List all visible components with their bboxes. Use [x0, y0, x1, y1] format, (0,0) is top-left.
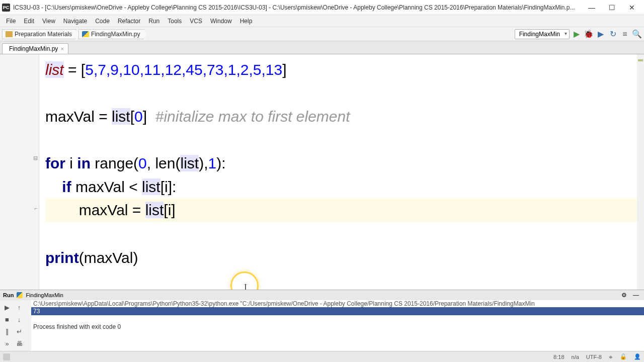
fold-end-icon[interactable]: ⌐: [35, 205, 38, 211]
menu-edit[interactable]: Edit: [20, 17, 38, 26]
code-editor[interactable]: ⊟ ⌐ list = [5,7,9,10,11,12,45,73,1,2,5,1…: [0, 54, 644, 290]
code-token: [45, 178, 62, 195]
code-token: 1: [208, 155, 216, 171]
code-token: [i]:: [160, 178, 177, 195]
menu-help[interactable]: Help: [236, 17, 257, 26]
fold-marker-icon[interactable]: ⊟: [33, 155, 38, 161]
ring-highlight-overlay: I: [230, 272, 259, 290]
menu-vcs[interactable]: VCS: [186, 17, 206, 26]
maximize-button[interactable]: ☐: [602, 1, 622, 15]
code-token: [: [130, 108, 134, 125]
output-result: 73: [31, 307, 644, 315]
file-tab[interactable]: FindingMaxMin.py ×: [2, 43, 68, 54]
menu-tools[interactable]: Tools: [164, 17, 186, 26]
code-token: for: [45, 155, 65, 171]
code-token: list: [145, 202, 164, 218]
scroll-tick: [638, 59, 643, 61]
rerun-button[interactable]: ▶: [1, 301, 13, 313]
status-icon[interactable]: [3, 353, 10, 360]
code-token: [i]: [164, 202, 175, 218]
status-hector-icon[interactable]: 👤: [634, 353, 641, 360]
code-token: list: [112, 108, 130, 125]
code-token: ]: [282, 61, 286, 78]
update-button[interactable]: ↻: [608, 29, 618, 39]
run-output[interactable]: C:\Users\pmiskew\AppData\Local\Programs\…: [31, 300, 644, 351]
status-lock-icon[interactable]: 🔓: [620, 353, 627, 360]
code-token: list: [45, 61, 64, 78]
stop-button[interactable]: ≡: [620, 29, 630, 39]
code-comment: #initalize max to first element: [155, 108, 350, 125]
panel-settings-icon[interactable]: ⚙: [619, 290, 629, 300]
code-area[interactable]: list = [5,7,9,10,11,12,45,73,1,2,5,13] m…: [39, 54, 644, 290]
breadcrumb-file[interactable]: FindingMaxMin.py: [78, 29, 144, 39]
code-token: 0: [138, 155, 147, 171]
navigation-bar: Preparation Materials FindingMaxMin.py F…: [0, 27, 644, 41]
run-button[interactable]: ▶: [572, 29, 582, 39]
run-panel-header[interactable]: Run FindingMaxMin ⚙ —: [0, 290, 644, 300]
menu-view[interactable]: View: [38, 17, 59, 26]
minimize-button[interactable]: —: [582, 1, 602, 15]
breadcrumb: Preparation Materials FindingMaxMin.py: [2, 29, 515, 39]
code-token: ),: [199, 155, 208, 171]
stop-process-button[interactable]: ■: [1, 313, 13, 325]
panel-hide-icon[interactable]: —: [631, 290, 641, 300]
rerun-down-button[interactable]: ↓: [13, 313, 25, 325]
toggle-soft-wrap-button[interactable]: ↵: [13, 325, 25, 337]
menu-window[interactable]: Window: [206, 17, 236, 26]
menu-refactor[interactable]: Refactor: [114, 17, 144, 26]
breadcrumb-folder-label: Preparation Materials: [15, 31, 72, 38]
menu-run[interactable]: Run: [144, 17, 164, 26]
pause-button[interactable]: ‖: [1, 325, 13, 337]
code-token: if: [62, 178, 71, 195]
print-button[interactable]: 🖶: [13, 337, 25, 349]
code-token: ):: [216, 155, 225, 171]
app-icon: PC: [2, 4, 10, 12]
window-titlebar: PC ICS3U-03 - [C:\Users\pmiskew\OneDrive…: [0, 0, 644, 15]
status-insert-mode: n/a: [572, 354, 579, 360]
output-exit-message: Process finished with exit code 0: [31, 321, 644, 332]
code-token: in: [77, 155, 91, 171]
code-token: 5,7,9,10,11,12,45,73,1,2,5,13: [85, 61, 282, 78]
menubar: File Edit View Navigate Code Refactor Ru…: [0, 15, 644, 27]
code-token: print: [45, 249, 79, 266]
code-token: maxVal <: [71, 178, 142, 195]
run-panel-config-name: FindingMaxMin: [26, 292, 63, 298]
run-panel-sidebar: ▶ ↑ ■ ↓ ‖ ↵ » 🖶: [0, 300, 31, 351]
output-interpreter-path: C:\Users\pmiskew\AppData\Local\Programs\…: [31, 300, 644, 307]
close-window-button[interactable]: ✕: [622, 1, 642, 15]
editor-scrollbar[interactable]: [637, 54, 644, 290]
code-token: range(: [91, 155, 138, 171]
code-token: 0: [134, 108, 143, 125]
close-tab-button[interactable]: ×: [60, 46, 63, 52]
editor-gutter[interactable]: ⊟ ⌐: [0, 54, 39, 290]
status-encoding[interactable]: UTF-8: [586, 354, 602, 360]
more-run-actions-button[interactable]: »: [1, 337, 13, 349]
code-token: i: [65, 155, 77, 171]
folder-icon: [6, 31, 13, 37]
run-configuration-dropdown[interactable]: FindingMaxMin: [515, 29, 570, 39]
file-tab-label: FindingMaxMin.py: [9, 45, 58, 52]
run-panel-title: Run: [3, 292, 14, 298]
search-everywhere-button[interactable]: 🔍: [632, 29, 642, 39]
window-title: ICS3U-03 - [C:\Users\pmiskew\OneDrive - …: [13, 4, 582, 11]
breadcrumb-folder[interactable]: Preparation Materials: [2, 29, 76, 39]
debug-button[interactable]: 🐞: [584, 29, 594, 39]
code-token: (maxVal): [79, 249, 138, 266]
menu-code[interactable]: Code: [91, 17, 114, 26]
run-tool-window: Run FindingMaxMin ⚙ — ▶ ↑ ■ ↓ ‖ ↵ » 🖶: [0, 290, 644, 351]
menu-navigate[interactable]: Navigate: [59, 17, 91, 26]
code-token: ]: [143, 108, 155, 125]
breadcrumb-file-label: FindingMaxMin.py: [91, 31, 140, 38]
status-caret-position: 8:18: [553, 354, 564, 360]
code-token: list: [180, 155, 199, 171]
python-file-icon: [17, 292, 23, 298]
code-token: list: [142, 178, 160, 195]
rerun-up-button[interactable]: ↑: [13, 301, 25, 313]
run-with-coverage-button[interactable]: ▶: [596, 29, 606, 39]
code-token: maxVal =: [45, 108, 112, 125]
code-token: maxVal =: [45, 202, 145, 218]
menu-file[interactable]: File: [2, 17, 20, 26]
code-token: = [: [64, 61, 86, 78]
editor-tabs: FindingMaxMin.py ×: [0, 41, 644, 54]
status-bar: 8:18 n/a UTF-8≑ 🔓 👤: [0, 351, 644, 362]
